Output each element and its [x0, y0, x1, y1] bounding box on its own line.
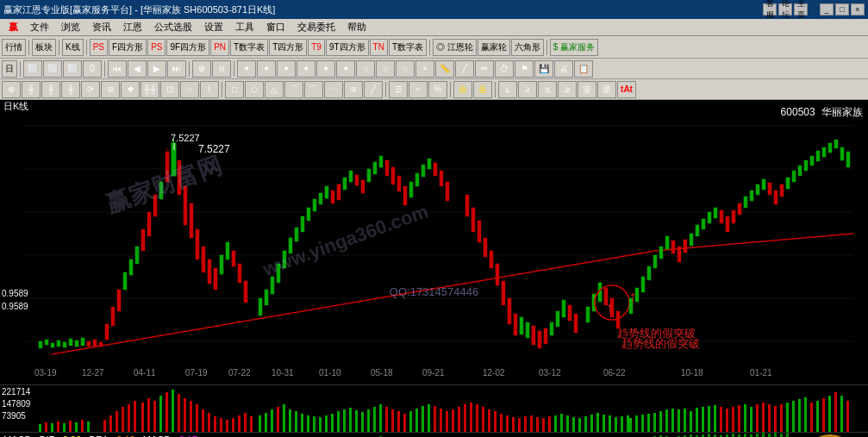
tb-pn[interactable]: PN: [210, 39, 229, 56]
menu-ying[interactable]: 赢: [3, 20, 23, 34]
menu-bar: 赢 文件 浏览 资讯 江恩 公式选股 设置 工具 窗口 交易委托 帮助: [0, 19, 868, 36]
tb-zoom-out[interactable]: ⊖: [212, 60, 231, 78]
tb-star1[interactable]: ✦: [237, 60, 256, 78]
tb-star9[interactable]: ☆: [396, 60, 415, 78]
tb-9f4[interactable]: 9F四方形: [166, 39, 209, 56]
tb3-16[interactable]: ⌒: [304, 81, 323, 98]
menu-window[interactable]: 窗口: [261, 20, 290, 34]
chart-svg[interactable]: 03-19 12-27 04-11 07-19 07-22 10-31 01-1…: [0, 100, 868, 384]
tb3-25[interactable]: ≤: [498, 81, 517, 98]
tb3-18[interactable]: ≋: [344, 81, 363, 98]
tb-9t4[interactable]: 9T四方形: [326, 39, 369, 56]
tb3-22[interactable]: %: [428, 81, 447, 98]
tb-hexagon[interactable]: 六角形: [511, 39, 544, 56]
svg-rect-43: [159, 182, 163, 199]
tb-ps[interactable]: PS: [90, 39, 108, 56]
tb-icon2[interactable]: ⬜: [43, 60, 62, 78]
tb3-1[interactable]: ⊕: [2, 81, 21, 98]
tb-last[interactable]: ⏭: [167, 60, 186, 78]
tb-ruler[interactable]: 📏: [435, 60, 454, 78]
tb3-20[interactable]: ☰: [389, 81, 408, 98]
tb3-9[interactable]: ⊡: [160, 81, 179, 98]
btn-zhuye[interactable]: 主页: [794, 3, 808, 16]
tb3-23[interactable]: 金: [453, 81, 472, 98]
tb-prev[interactable]: ◀: [128, 60, 147, 78]
tb3-14[interactable]: △: [265, 81, 284, 98]
menu-trade[interactable]: 交易委托: [292, 20, 340, 34]
tb-ying-lun[interactable]: 赢家轮: [478, 39, 510, 56]
tb-tz[interactable]: T数字表: [230, 39, 268, 56]
btn-luntan[interactable]: 论坛: [778, 3, 792, 16]
tb-t9[interactable]: T9: [308, 39, 325, 56]
tb-t4[interactable]: T四方形: [269, 39, 307, 56]
menu-formula[interactable]: 公式选股: [149, 20, 197, 34]
tb3-8[interactable]: ╫╫: [141, 81, 159, 98]
tb-star5[interactable]: ✦: [316, 60, 335, 78]
tb-star4[interactable]: ✦: [297, 60, 315, 78]
tb3-24[interactable]: 金: [473, 81, 492, 98]
tb-icon1[interactable]: ⬜: [23, 60, 42, 78]
tb3-28[interactable]: ≳: [558, 81, 577, 98]
menu-info[interactable]: 资讯: [87, 20, 116, 34]
tb3-30[interactable]: 坚: [597, 81, 616, 98]
tb-line[interactable]: ╱: [455, 60, 474, 78]
tb-icon4[interactable]: 0: [83, 60, 102, 78]
tb-star7[interactable]: ☆: [356, 60, 375, 78]
tb-first[interactable]: ⏮: [108, 60, 127, 78]
tb3-10[interactable]: ∩: [180, 81, 199, 98]
tb3-26[interactable]: ≥: [518, 81, 537, 98]
tb-print[interactable]: 🖨: [554, 60, 573, 78]
tb-time[interactable]: ⏱: [495, 60, 514, 78]
tb3-5[interactable]: ⟳: [81, 81, 100, 98]
tb-hangqing[interactable]: 行情: [2, 39, 26, 56]
tb3-12[interactable]: □: [225, 81, 244, 98]
tb3-29[interactable]: 堂: [578, 81, 596, 98]
maximize-button[interactable]: □: [835, 3, 849, 16]
tb-star8[interactable]: ☆: [376, 60, 395, 78]
tb3-3[interactable]: ╫: [41, 81, 60, 98]
menu-tools[interactable]: 工具: [230, 20, 259, 34]
tb3-17[interactable]: ⋯: [324, 81, 343, 98]
tb3-6[interactable]: ⊛: [101, 81, 120, 98]
menu-browse[interactable]: 浏览: [56, 20, 85, 34]
menu-jiangen[interactable]: 江恩: [118, 20, 147, 34]
tb3-27[interactable]: ≲: [538, 81, 557, 98]
tb-ps9[interactable]: PS: [147, 39, 165, 56]
tb3-31[interactable]: tAt: [617, 81, 636, 98]
tb-jiangen-lun[interactable]: ◎ 江恩轮: [433, 39, 477, 56]
tb-f4[interactable]: F四方形: [109, 39, 147, 56]
menu-help[interactable]: 帮助: [342, 20, 372, 34]
btn-kefu[interactable]: 客服: [763, 3, 777, 16]
tb-service[interactable]: $ 赢家服务: [550, 39, 598, 56]
tb-tn[interactable]: TN: [370, 39, 388, 56]
tb3-2[interactable]: ╫: [22, 81, 41, 98]
tb-kline[interactable]: K线: [62, 39, 84, 56]
tb-star3[interactable]: ✦: [277, 60, 296, 78]
tb3-11[interactable]: I: [200, 81, 219, 98]
tb-save[interactable]: 💾: [534, 60, 553, 78]
chart-container[interactable]: 日K线 600503 华丽家族 赢家财富网 www.yinga360.com 趋…: [0, 100, 868, 384]
tb-tz2[interactable]: T数字表: [389, 39, 427, 56]
close-button[interactable]: ×: [851, 3, 865, 16]
menu-file[interactable]: 文件: [25, 20, 54, 34]
tb3-21[interactable]: ≈: [409, 81, 428, 98]
tb-star2[interactable]: ✦: [257, 60, 276, 78]
tb3-13[interactable]: ◇: [245, 81, 264, 98]
svg-rect-83: [397, 176, 401, 191]
tb3-19[interactable]: ╱: [364, 81, 383, 98]
tb3-4[interactable]: ╫: [61, 81, 80, 98]
minimize-button[interactable]: _: [820, 3, 834, 16]
menu-settings[interactable]: 设置: [199, 20, 228, 34]
tb-flag[interactable]: ⚑: [515, 60, 534, 78]
tb-pen[interactable]: ✏: [475, 60, 494, 78]
tb-day[interactable]: 日: [2, 60, 17, 78]
tb-copy[interactable]: 📋: [574, 60, 593, 78]
tb-zoom-in[interactable]: ⊕: [192, 60, 211, 78]
tb3-15[interactable]: ⌒: [284, 81, 303, 98]
tb3-7[interactable]: ❖: [121, 81, 140, 98]
tb-bankuai[interactable]: 板块: [32, 39, 56, 56]
tb-plus[interactable]: +: [415, 60, 434, 78]
tb-star6[interactable]: ✦: [336, 60, 355, 78]
tb-icon3[interactable]: ⬜: [63, 60, 82, 78]
tb-play[interactable]: ▶: [147, 60, 166, 78]
